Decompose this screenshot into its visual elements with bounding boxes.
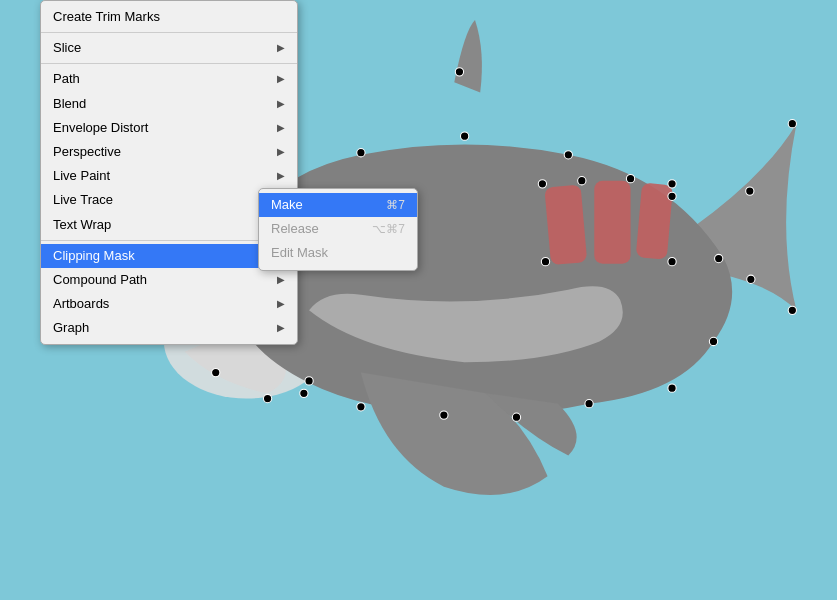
menu-item-slice[interactable]: Slice ▶ [41, 36, 297, 60]
menu-separator-1 [41, 32, 297, 33]
arrow-icon: ▶ [277, 121, 285, 135]
svg-point-8 [668, 192, 676, 200]
svg-point-19 [212, 368, 220, 376]
arrow-icon: ▶ [277, 72, 285, 86]
menu-item-envelope-distort[interactable]: Envelope Distort ▶ [41, 116, 297, 140]
svg-point-7 [564, 151, 572, 159]
main-menu: Create Trim Marks Slice ▶ Path ▶ Blend ▶… [40, 0, 298, 345]
menu-item-create-trim-marks[interactable]: Create Trim Marks [41, 5, 297, 29]
shortcut-release: ⌥⌘7 [372, 221, 405, 238]
svg-point-4 [455, 68, 463, 76]
svg-point-30 [788, 306, 796, 314]
svg-point-29 [788, 120, 796, 128]
svg-point-23 [578, 177, 586, 185]
svg-point-11 [668, 384, 676, 392]
submenu-clipping-mask: Make ⌘7 Release ⌥⌘7 Edit Mask [258, 188, 418, 271]
svg-rect-3 [636, 183, 674, 260]
menu-item-live-paint[interactable]: Live Paint ▶ [41, 164, 297, 188]
svg-point-21 [300, 389, 308, 397]
submenu-item-release[interactable]: Release ⌥⌘7 [259, 217, 417, 241]
menu-item-graph[interactable]: Graph ▶ [41, 316, 297, 340]
submenu-item-edit-mask[interactable]: Edit Mask [259, 241, 417, 265]
submenu-item-make[interactable]: Make ⌘7 [259, 193, 417, 217]
svg-point-24 [626, 175, 634, 183]
menu-item-compound-path[interactable]: Compound Path ▶ [41, 268, 297, 292]
svg-rect-1 [544, 184, 587, 265]
svg-point-9 [715, 254, 723, 262]
svg-point-10 [709, 337, 717, 345]
arrow-icon: ▶ [277, 169, 285, 183]
svg-point-20 [263, 394, 271, 402]
svg-rect-2 [594, 181, 630, 264]
svg-point-25 [668, 180, 676, 188]
shortcut-make: ⌘7 [386, 197, 405, 214]
arrow-icon: ▶ [277, 297, 285, 311]
menu-separator-2 [41, 63, 297, 64]
svg-point-15 [357, 403, 365, 411]
svg-point-31 [747, 275, 755, 283]
svg-point-12 [585, 400, 593, 408]
arrow-icon: ▶ [277, 321, 285, 335]
svg-point-28 [746, 187, 754, 195]
arrow-icon: ▶ [277, 97, 285, 111]
svg-point-6 [460, 132, 468, 140]
arrow-icon: ▶ [277, 41, 285, 55]
menu-item-path[interactable]: Path ▶ [41, 67, 297, 91]
svg-point-14 [440, 411, 448, 419]
arrow-icon: ▶ [277, 145, 285, 159]
svg-point-16 [305, 377, 313, 385]
arrow-icon: ▶ [277, 273, 285, 287]
svg-point-26 [541, 257, 549, 265]
svg-point-13 [512, 413, 520, 421]
menu-item-artboards[interactable]: Artboards ▶ [41, 292, 297, 316]
menu-item-perspective[interactable]: Perspective ▶ [41, 140, 297, 164]
svg-point-5 [357, 149, 365, 157]
svg-point-22 [538, 180, 546, 188]
menu-item-blend[interactable]: Blend ▶ [41, 92, 297, 116]
svg-point-27 [668, 257, 676, 265]
